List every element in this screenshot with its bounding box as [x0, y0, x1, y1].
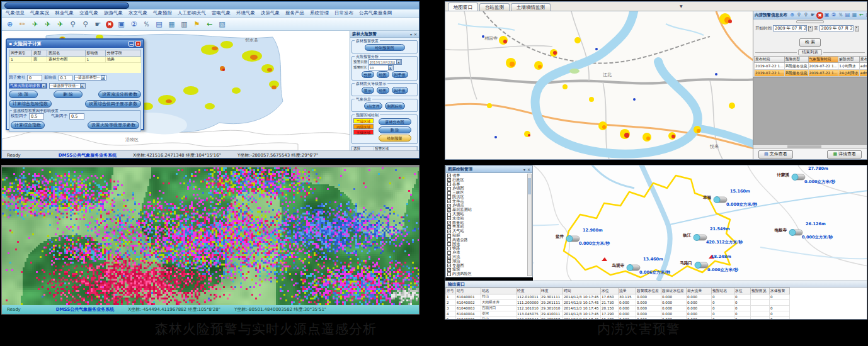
- detail-view-button[interactable]: ▦详情查看: [827, 150, 862, 159]
- delete-button[interactable]: 删 除: [54, 91, 83, 98]
- weather-factor-input[interactable]: 0.5: [69, 113, 84, 120]
- back-arrow-icon[interactable]: ←: [205, 20, 214, 29]
- menu-item[interactable]: 气象预报: [153, 10, 172, 16]
- flood-map[interactable]: [445, 11, 754, 159]
- output-window-bar[interactable]: 输出窗口: [445, 281, 867, 287]
- fly-icon[interactable]: ✈: [30, 20, 40, 29]
- checkbox-icon[interactable]: [447, 234, 451, 238]
- checkbox-icon[interactable]: [447, 213, 451, 216]
- checkbox-icon[interactable]: ✓: [447, 264, 451, 267]
- checkbox-icon[interactable]: ✓: [447, 216, 451, 220]
- plot2-button[interactable]: 绘图: [377, 87, 389, 94]
- image-icon[interactable]: ▦: [851, 11, 858, 18]
- tab-overflow-icon[interactable]: ▼: [680, 4, 683, 8]
- close-icon[interactable]: ✕: [414, 32, 417, 36]
- station-marker[interactable]: 盐井12.980m0.000立方米/秒: [565, 233, 580, 245]
- fly-up-icon[interactable]: ✈: [43, 20, 52, 29]
- close-icon[interactable]: ✕: [527, 167, 530, 172]
- globe-icon[interactable]: ⊕: [789, 11, 796, 18]
- checkbox-icon[interactable]: [447, 247, 451, 250]
- map-icon[interactable]: ▤: [154, 20, 164, 29]
- page2-icon[interactable]: ②: [129, 20, 139, 29]
- back-arrow-icon[interactable]: ←: [858, 11, 865, 18]
- checkbox-icon[interactable]: [447, 251, 451, 255]
- menu-item[interactable]: 交通气象: [79, 10, 98, 16]
- map-icon[interactable]: ▤: [844, 11, 851, 18]
- menu-item[interactable]: 旅游气象: [104, 10, 123, 16]
- checkbox-icon[interactable]: [447, 272, 451, 276]
- measure-icon[interactable]: ✏: [18, 20, 27, 29]
- date-to-field[interactable]: 2009 年 07 月 29 日: [819, 25, 854, 31]
- pan-hand-icon[interactable]: ☛: [809, 11, 816, 18]
- file-view-button[interactable]: ▤文件查看: [758, 150, 793, 159]
- fullextent-icon[interactable]: ▣: [823, 11, 830, 18]
- menu-item[interactable]: 林业气象: [55, 10, 74, 16]
- close-icon[interactable]: ✕: [135, 41, 141, 47]
- fire-factor-dialog-titlebar[interactable]: ▪ 火险因子计算 — ✕: [7, 40, 143, 48]
- checkbox-icon[interactable]: [447, 187, 451, 191]
- factor-index-input[interactable]: 0: [27, 75, 42, 81]
- collapse-icon[interactable]: ▾: [523, 167, 525, 172]
- calc-composite-button[interactable]: 计算综合危险指数: [9, 100, 52, 108]
- menu-item[interactable]: 气象实况: [30, 10, 49, 16]
- xls-file-button[interactable]: xls文件: [364, 103, 382, 109]
- delete2-button[interactable]: 删 除: [379, 126, 411, 133]
- weight-input[interactable]: 0.1: [59, 75, 72, 81]
- table-row[interactable]: 461040004岑河113.04507529.4100112014/12/3 …: [446, 311, 790, 317]
- factor-value-button[interactable]: 因子值: [392, 71, 408, 78]
- station-marker[interactable]: 鸟观寺13.460m0.006立方米/秒: [625, 262, 641, 274]
- search-button[interactable]: 检 索: [799, 38, 821, 47]
- calc-index-button[interactable]: 计算综合指数: [11, 121, 45, 129]
- show-button[interactable]: 显示: [362, 87, 374, 94]
- layer-vscrollbar[interactable]: [527, 174, 532, 276]
- minimize-icon[interactable]: —: [128, 41, 134, 47]
- checkbox-icon[interactable]: [447, 182, 451, 186]
- checkbox-icon[interactable]: ✓: [447, 230, 451, 233]
- factor2-button[interactable]: 因子值: [392, 87, 408, 94]
- menu-item[interactable]: 水文气象: [128, 10, 147, 16]
- layers-icon[interactable]: ▧: [865, 11, 867, 18]
- checkbox-icon[interactable]: [447, 238, 451, 242]
- percent-icon[interactable]: ％: [837, 11, 844, 18]
- results-hscrollbar[interactable]: [753, 144, 867, 148]
- pin-icon[interactable]: ⚑: [192, 20, 202, 29]
- zoom-in-icon[interactable]: ⚲: [68, 20, 77, 29]
- draw-warning-button[interactable]: 绘制预警: [379, 135, 411, 142]
- zoom-in-icon[interactable]: ⚲: [796, 11, 802, 18]
- table-row[interactable]: 161040001竹山112.01001129.3011112014/12/3 …: [446, 294, 790, 300]
- percent-icon[interactable]: ％: [142, 20, 151, 29]
- table-row[interactable]: 561040005马山112.10504429.3050572014/12/3 …: [446, 317, 790, 320]
- checkbox-icon[interactable]: ✓: [447, 199, 451, 203]
- zoom-out-icon[interactable]: ⚲: [81, 20, 90, 29]
- checkbox-icon[interactable]: [447, 191, 451, 195]
- globe-icon[interactable]: ⊕: [5, 20, 14, 29]
- draw-annotate-button[interactable]: 制图标绘: [385, 103, 405, 109]
- checkbox-icon[interactable]: [447, 242, 451, 246]
- warn-date-select[interactable]: 2013年10月22日▾: [368, 59, 402, 65]
- zoom-out-icon[interactable]: ⚲: [802, 11, 809, 18]
- station-marker[interactable]: 马路口18.248m0.000立方米/秒: [694, 260, 709, 272]
- checkbox-icon[interactable]: ✓: [447, 268, 451, 272]
- date-from-field[interactable]: 2009 年 07 月 22 日: [773, 25, 807, 31]
- pan-hand-icon[interactable]: ☛: [93, 20, 103, 29]
- calendar-dropdown-icon[interactable]: ▾: [808, 26, 813, 31]
- menu-item[interactable]: 决策气象: [261, 10, 280, 16]
- analyze-button[interactable]: 分析: [362, 71, 374, 78]
- set-flood-params-button[interactable]: 设置淹没分析参数: [98, 91, 141, 98]
- set-display-params-button[interactable]: 设置综合值因子显示参数: [85, 100, 141, 108]
- tab-地图窗口[interactable]: 地图窗口: [448, 3, 478, 11]
- checkbox-icon[interactable]: ✓: [447, 208, 451, 212]
- print-icon[interactable]: ▥: [180, 20, 189, 29]
- page2-icon[interactable]: ②: [830, 11, 837, 18]
- stop-icon[interactable]: ✖: [816, 12, 823, 19]
- tab-台站监测[interactable]: 台站监测: [479, 3, 510, 11]
- checkbox-icon[interactable]: ✓: [447, 178, 451, 182]
- menu-item[interactable]: 日常发布: [334, 10, 353, 16]
- checkbox-icon[interactable]: ✓: [447, 204, 451, 208]
- add-button[interactable]: 添 加: [9, 91, 38, 98]
- set-fire-level-button[interactable]: 设置火险等级显示参数: [88, 121, 139, 129]
- station-marker[interactable]: 拖板寺26.126m0.000立方米/秒: [788, 227, 803, 239]
- station-marker[interactable]: 幸福15.160m0.000立方米/秒: [712, 194, 728, 206]
- checkbox-icon[interactable]: ✓: [447, 255, 451, 259]
- layer-item[interactable]: 内涝风险区: [447, 272, 527, 276]
